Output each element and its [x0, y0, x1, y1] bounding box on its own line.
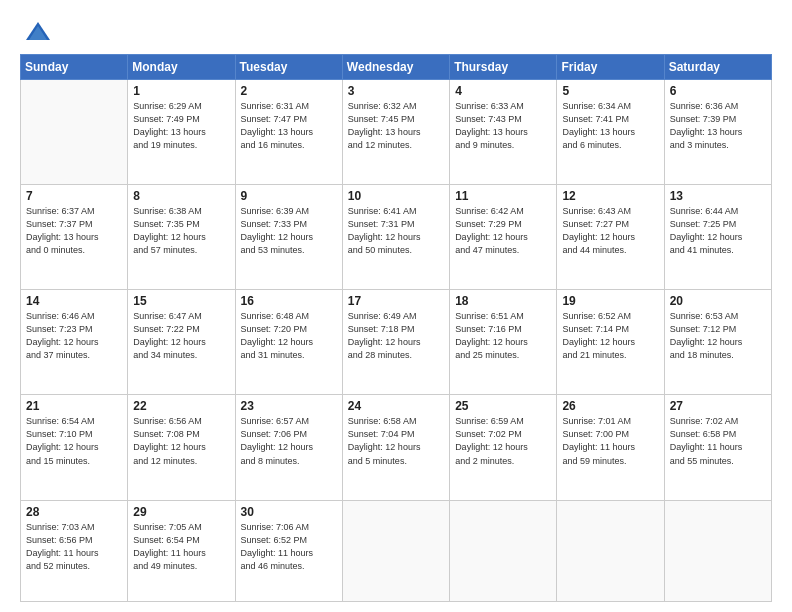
calendar-cell-4-4: 24Sunrise: 6:58 AMSunset: 7:04 PMDayligh… [342, 395, 449, 500]
day-number: 20 [670, 294, 766, 308]
calendar-table: SundayMondayTuesdayWednesdayThursdayFrid… [20, 54, 772, 602]
calendar-cell-4-2: 22Sunrise: 6:56 AMSunset: 7:08 PMDayligh… [128, 395, 235, 500]
weekday-header-tuesday: Tuesday [235, 55, 342, 80]
day-number: 2 [241, 84, 337, 98]
day-number: 23 [241, 399, 337, 413]
day-info: Sunrise: 6:41 AMSunset: 7:31 PMDaylight:… [348, 205, 444, 257]
day-info: Sunrise: 6:48 AMSunset: 7:20 PMDaylight:… [241, 310, 337, 362]
calendar-week-2: 7Sunrise: 6:37 AMSunset: 7:37 PMDaylight… [21, 185, 772, 290]
header [20, 18, 772, 46]
day-info: Sunrise: 6:57 AMSunset: 7:06 PMDaylight:… [241, 415, 337, 467]
calendar-cell-5-2: 29Sunrise: 7:05 AMSunset: 6:54 PMDayligh… [128, 500, 235, 602]
day-number: 18 [455, 294, 551, 308]
day-number: 14 [26, 294, 122, 308]
day-number: 7 [26, 189, 122, 203]
calendar-cell-5-3: 30Sunrise: 7:06 AMSunset: 6:52 PMDayligh… [235, 500, 342, 602]
logo [20, 18, 52, 46]
day-number: 10 [348, 189, 444, 203]
calendar-cell-3-2: 15Sunrise: 6:47 AMSunset: 7:22 PMDayligh… [128, 290, 235, 395]
calendar-cell-1-2: 1Sunrise: 6:29 AMSunset: 7:49 PMDaylight… [128, 80, 235, 185]
day-info: Sunrise: 7:03 AMSunset: 6:56 PMDaylight:… [26, 521, 122, 573]
day-number: 29 [133, 505, 229, 519]
calendar-week-1: 1Sunrise: 6:29 AMSunset: 7:49 PMDaylight… [21, 80, 772, 185]
calendar-cell-5-1: 28Sunrise: 7:03 AMSunset: 6:56 PMDayligh… [21, 500, 128, 602]
page: SundayMondayTuesdayWednesdayThursdayFrid… [0, 0, 792, 612]
day-number: 5 [562, 84, 658, 98]
weekday-header-saturday: Saturday [664, 55, 771, 80]
calendar-week-3: 14Sunrise: 6:46 AMSunset: 7:23 PMDayligh… [21, 290, 772, 395]
calendar-cell-1-6: 5Sunrise: 6:34 AMSunset: 7:41 PMDaylight… [557, 80, 664, 185]
day-info: Sunrise: 6:33 AMSunset: 7:43 PMDaylight:… [455, 100, 551, 152]
day-info: Sunrise: 6:44 AMSunset: 7:25 PMDaylight:… [670, 205, 766, 257]
day-number: 27 [670, 399, 766, 413]
calendar-cell-5-4 [342, 500, 449, 602]
day-info: Sunrise: 6:58 AMSunset: 7:04 PMDaylight:… [348, 415, 444, 467]
day-number: 19 [562, 294, 658, 308]
calendar-cell-3-5: 18Sunrise: 6:51 AMSunset: 7:16 PMDayligh… [450, 290, 557, 395]
day-number: 3 [348, 84, 444, 98]
day-info: Sunrise: 7:06 AMSunset: 6:52 PMDaylight:… [241, 521, 337, 573]
day-info: Sunrise: 7:01 AMSunset: 7:00 PMDaylight:… [562, 415, 658, 467]
calendar-cell-5-6 [557, 500, 664, 602]
calendar-cell-3-3: 16Sunrise: 6:48 AMSunset: 7:20 PMDayligh… [235, 290, 342, 395]
calendar-cell-1-7: 6Sunrise: 6:36 AMSunset: 7:39 PMDaylight… [664, 80, 771, 185]
day-number: 9 [241, 189, 337, 203]
day-number: 1 [133, 84, 229, 98]
calendar-cell-2-7: 13Sunrise: 6:44 AMSunset: 7:25 PMDayligh… [664, 185, 771, 290]
day-info: Sunrise: 6:29 AMSunset: 7:49 PMDaylight:… [133, 100, 229, 152]
day-info: Sunrise: 6:52 AMSunset: 7:14 PMDaylight:… [562, 310, 658, 362]
weekday-header-sunday: Sunday [21, 55, 128, 80]
day-number: 4 [455, 84, 551, 98]
day-number: 21 [26, 399, 122, 413]
day-info: Sunrise: 6:42 AMSunset: 7:29 PMDaylight:… [455, 205, 551, 257]
day-info: Sunrise: 6:43 AMSunset: 7:27 PMDaylight:… [562, 205, 658, 257]
day-info: Sunrise: 6:49 AMSunset: 7:18 PMDaylight:… [348, 310, 444, 362]
weekday-header-monday: Monday [128, 55, 235, 80]
day-info: Sunrise: 6:31 AMSunset: 7:47 PMDaylight:… [241, 100, 337, 152]
day-number: 26 [562, 399, 658, 413]
day-info: Sunrise: 6:54 AMSunset: 7:10 PMDaylight:… [26, 415, 122, 467]
calendar-cell-1-1 [21, 80, 128, 185]
calendar-cell-3-4: 17Sunrise: 6:49 AMSunset: 7:18 PMDayligh… [342, 290, 449, 395]
day-info: Sunrise: 6:34 AMSunset: 7:41 PMDaylight:… [562, 100, 658, 152]
calendar-cell-4-5: 25Sunrise: 6:59 AMSunset: 7:02 PMDayligh… [450, 395, 557, 500]
day-number: 25 [455, 399, 551, 413]
calendar-cell-2-4: 10Sunrise: 6:41 AMSunset: 7:31 PMDayligh… [342, 185, 449, 290]
day-number: 16 [241, 294, 337, 308]
calendar-cell-4-7: 27Sunrise: 7:02 AMSunset: 6:58 PMDayligh… [664, 395, 771, 500]
day-info: Sunrise: 6:47 AMSunset: 7:22 PMDaylight:… [133, 310, 229, 362]
calendar-cell-4-6: 26Sunrise: 7:01 AMSunset: 7:00 PMDayligh… [557, 395, 664, 500]
calendar-week-4: 21Sunrise: 6:54 AMSunset: 7:10 PMDayligh… [21, 395, 772, 500]
day-number: 17 [348, 294, 444, 308]
day-number: 6 [670, 84, 766, 98]
day-info: Sunrise: 7:02 AMSunset: 6:58 PMDaylight:… [670, 415, 766, 467]
weekday-header-thursday: Thursday [450, 55, 557, 80]
day-number: 28 [26, 505, 122, 519]
calendar-cell-2-3: 9Sunrise: 6:39 AMSunset: 7:33 PMDaylight… [235, 185, 342, 290]
calendar-cell-2-2: 8Sunrise: 6:38 AMSunset: 7:35 PMDaylight… [128, 185, 235, 290]
day-info: Sunrise: 6:46 AMSunset: 7:23 PMDaylight:… [26, 310, 122, 362]
day-info: Sunrise: 6:36 AMSunset: 7:39 PMDaylight:… [670, 100, 766, 152]
calendar-cell-5-5 [450, 500, 557, 602]
calendar-week-5: 28Sunrise: 7:03 AMSunset: 6:56 PMDayligh… [21, 500, 772, 602]
calendar-cell-3-1: 14Sunrise: 6:46 AMSunset: 7:23 PMDayligh… [21, 290, 128, 395]
calendar-cell-1-3: 2Sunrise: 6:31 AMSunset: 7:47 PMDaylight… [235, 80, 342, 185]
calendar-cell-3-6: 19Sunrise: 6:52 AMSunset: 7:14 PMDayligh… [557, 290, 664, 395]
day-info: Sunrise: 6:56 AMSunset: 7:08 PMDaylight:… [133, 415, 229, 467]
calendar-cell-5-7 [664, 500, 771, 602]
calendar-cell-1-5: 4Sunrise: 6:33 AMSunset: 7:43 PMDaylight… [450, 80, 557, 185]
day-info: Sunrise: 6:39 AMSunset: 7:33 PMDaylight:… [241, 205, 337, 257]
day-number: 15 [133, 294, 229, 308]
day-info: Sunrise: 6:51 AMSunset: 7:16 PMDaylight:… [455, 310, 551, 362]
day-number: 11 [455, 189, 551, 203]
day-number: 22 [133, 399, 229, 413]
calendar-cell-2-5: 11Sunrise: 6:42 AMSunset: 7:29 PMDayligh… [450, 185, 557, 290]
weekday-header-row: SundayMondayTuesdayWednesdayThursdayFrid… [21, 55, 772, 80]
day-number: 8 [133, 189, 229, 203]
day-number: 24 [348, 399, 444, 413]
day-info: Sunrise: 6:38 AMSunset: 7:35 PMDaylight:… [133, 205, 229, 257]
day-number: 30 [241, 505, 337, 519]
day-info: Sunrise: 6:59 AMSunset: 7:02 PMDaylight:… [455, 415, 551, 467]
day-info: Sunrise: 6:37 AMSunset: 7:37 PMDaylight:… [26, 205, 122, 257]
calendar-cell-2-6: 12Sunrise: 6:43 AMSunset: 7:27 PMDayligh… [557, 185, 664, 290]
